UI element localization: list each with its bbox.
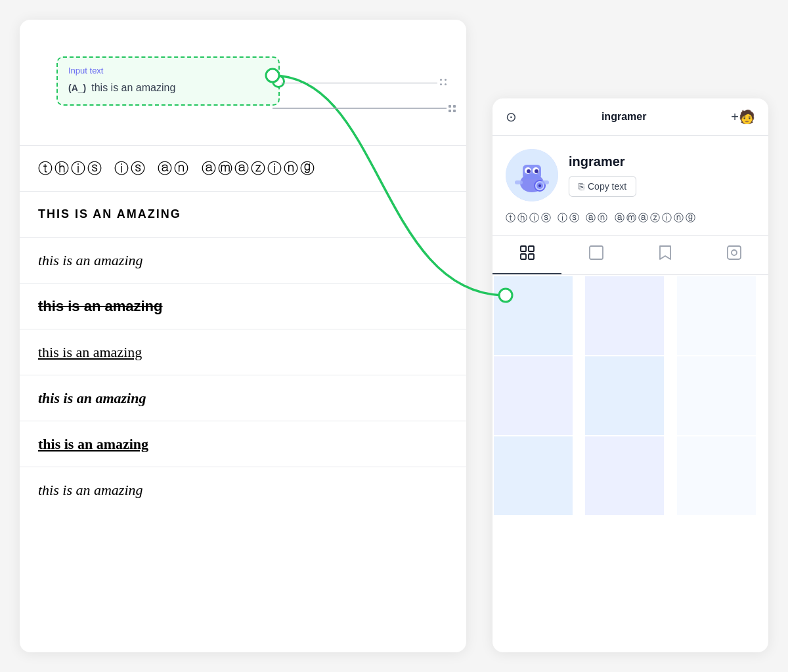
ig-bio: ⓣⓗⓘⓢ ⓘⓢ ⓐⓝ ⓐⓜⓐⓩⓘⓝⓖ	[492, 209, 768, 235]
style-strikethrough-text: this is an amazing	[38, 298, 163, 315]
tab-tagged[interactable]	[699, 236, 768, 274]
tab-saved[interactable]	[630, 236, 699, 274]
ig-tabs	[492, 235, 768, 275]
ig-username: ingramer	[569, 154, 755, 169]
grid-cell	[494, 356, 573, 435]
instagram-panel: ⊙ ingramer +🧑	[492, 98, 768, 652]
copy-button-label: Copy text	[588, 181, 626, 192]
tag-icon	[727, 245, 741, 263]
svg-point-6	[535, 169, 538, 173]
bookmark-icon	[659, 245, 672, 264]
ig-header-username: ingramer	[602, 111, 646, 123]
ig-header: ⊙ ingramer +🧑	[492, 98, 768, 136]
svg-rect-12	[521, 246, 526, 251]
add-user-icon[interactable]: +🧑	[731, 109, 755, 125]
grid-cell	[585, 436, 664, 515]
ig-profile-info: ingramer ⎘ Copy text	[569, 154, 755, 197]
svg-rect-13	[529, 246, 534, 251]
svg-point-9	[538, 184, 541, 187]
input-label: Input text	[68, 66, 268, 75]
feed-icon	[589, 245, 603, 263]
grid-cell	[494, 276, 573, 355]
copy-text-button[interactable]: ⎘ Copy text	[569, 176, 636, 197]
style-gothic-text: this is an amazing	[38, 390, 146, 407]
grid-cell	[585, 276, 664, 355]
svg-rect-16	[590, 246, 603, 259]
grid-cell	[677, 276, 756, 355]
svg-point-18	[732, 250, 737, 255]
style-circled-text: ⓣⓗⓘⓢ ⓘⓢ ⓐⓝ ⓐⓜⓐⓩⓘⓝⓖ	[38, 159, 317, 178]
svg-rect-15	[529, 254, 534, 259]
svg-rect-10	[515, 180, 523, 184]
main-container: Input text (A_) this is an amazing ⓣⓗⓘⓢ …	[0, 0, 788, 672]
font-rows: ⓣⓗⓘⓢ ⓘⓢ ⓐⓝ ⓐⓜⓐⓩⓘⓝⓖ THIS IS AN AMAZING th…	[20, 145, 466, 513]
avatar	[506, 149, 558, 201]
grid-cell	[494, 436, 573, 515]
tab-grid[interactable]	[492, 236, 561, 274]
style-underline-text: this is an amazing	[38, 344, 142, 361]
ig-photo-grid	[492, 275, 768, 516]
style-blackletter-text: this is an amazing	[38, 436, 148, 453]
svg-point-5	[527, 169, 531, 173]
grid-cell	[585, 356, 664, 435]
style-uppercase-text: THIS IS AN AMAZING	[38, 207, 181, 221]
style-light-italic-text: this is an amazing	[38, 482, 143, 499]
list-item[interactable]: this is an amazing	[20, 238, 466, 284]
grid-cell	[677, 356, 756, 435]
list-item[interactable]: this is an amazing	[20, 421, 466, 467]
list-item[interactable]: ⓣⓗⓘⓢ ⓘⓢ ⓐⓝ ⓐⓜⓐⓩⓘⓝⓖ	[20, 146, 466, 192]
style-italic-text: this is an amazing	[38, 252, 143, 269]
grid-icon	[520, 245, 535, 263]
bio-text: ⓣⓗⓘⓢ ⓘⓢ ⓐⓝ ⓐⓜⓐⓩⓘⓝⓖ	[506, 212, 697, 223]
list-item[interactable]: this is an amazing	[20, 329, 466, 375]
ig-profile: ingramer ⎘ Copy text	[492, 136, 768, 209]
svg-rect-17	[728, 246, 741, 259]
settings-icon[interactable]: ⊙	[506, 109, 517, 125]
svg-rect-14	[521, 254, 526, 259]
list-item[interactable]: this is an amazing	[20, 467, 466, 513]
list-item[interactable]: this is an amazing	[20, 284, 466, 329]
tab-feed[interactable]	[561, 236, 630, 274]
list-item[interactable]: THIS IS AN AMAZING	[20, 192, 466, 238]
grid-cell	[677, 436, 756, 515]
list-item[interactable]: this is an amazing	[20, 375, 466, 421]
copy-icon: ⎘	[579, 181, 584, 192]
left-panel: Input text (A_) this is an amazing ⓣⓗⓘⓢ …	[20, 20, 466, 652]
svg-rect-11	[541, 180, 549, 184]
